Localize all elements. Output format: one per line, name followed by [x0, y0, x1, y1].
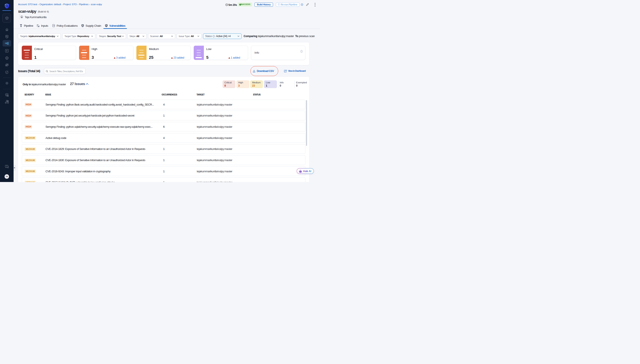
svg-text:?: ? [6, 166, 7, 167]
